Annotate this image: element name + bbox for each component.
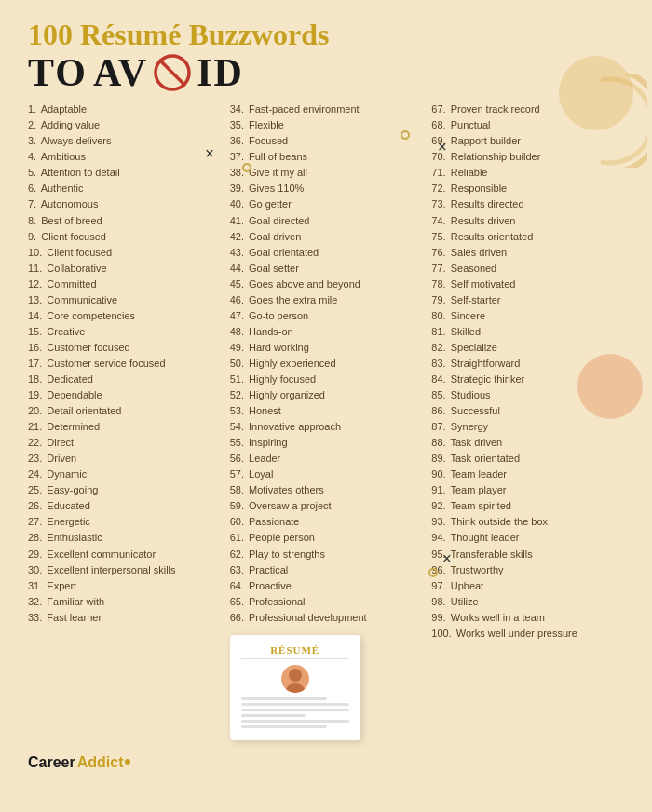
item-number: 86.: [431, 405, 445, 416]
list-item: 2. Adding value: [28, 117, 221, 133]
column-1: 1. Adaptable2. Adding value3. Always del…: [28, 102, 221, 740]
item-number: 42.: [230, 231, 244, 242]
list-item: 27. Energetic: [28, 514, 221, 530]
list-item: 7. Autonomous: [28, 196, 221, 212]
item-number: 82.: [431, 342, 445, 353]
list-item: 28. Enthusiastic: [28, 530, 221, 546]
item-number: 25.: [28, 484, 42, 495]
list-item: 80. Sincere: [431, 308, 624, 324]
item-number: 89.: [431, 453, 445, 464]
item-number: 32.: [28, 596, 42, 607]
deco-lines-right: [601, 74, 647, 168]
list-item: 99. Works well in a team: [431, 610, 624, 626]
item-number: 93.: [431, 516, 445, 527]
list-item: 49. Hard working: [230, 340, 423, 356]
list-item: 98. Utilize: [431, 594, 624, 610]
resume-line-6: [241, 725, 328, 728]
item-number: 5.: [28, 167, 36, 178]
item-number: 92.: [431, 500, 445, 511]
item-number: 72.: [431, 183, 445, 194]
list-item: 97. Upbeat: [431, 578, 624, 594]
list-item: 20. Detail orientated: [28, 403, 221, 419]
item-number: 71.: [431, 167, 445, 178]
list-item: 39. Gives 110%: [230, 181, 423, 196]
list-item: 42. Goal driven: [230, 229, 423, 245]
list-item: 61. People person: [230, 530, 423, 546]
list-item: 96. Trustworthy: [431, 562, 624, 578]
item-number: 18.: [28, 373, 42, 385]
list-item: 1. Adaptable: [28, 102, 221, 117]
item-number: 44.: [230, 263, 244, 274]
item-number: 46.: [230, 294, 244, 305]
item-number: 80.: [431, 310, 445, 321]
item-number: 66.: [230, 612, 244, 623]
deco-x1: ×: [205, 144, 214, 164]
item-number: 64.: [230, 580, 244, 591]
resume-card-title: RÉSUMÉ: [241, 644, 349, 659]
avoid-text-to: TO: [28, 53, 88, 92]
item-number: 63.: [230, 564, 244, 575]
page-container: × × × 100 Résumé Buzzwords TO AV ID 1. A…: [0, 0, 652, 812]
list-item: 41. Goal directed: [230, 213, 423, 229]
list-item: 82. Specialize: [431, 340, 624, 356]
list-item: 74. Results driven: [431, 213, 624, 229]
col1-list: 1. Adaptable2. Adding value3. Always del…: [28, 102, 221, 626]
list-item: 78. Self motivated: [431, 277, 624, 292]
item-number: 29.: [28, 548, 42, 560]
item-number: 41.: [230, 215, 244, 226]
item-number: 40.: [230, 198, 244, 210]
list-item: 23. Driven: [28, 451, 221, 467]
item-number: 60.: [230, 516, 244, 527]
list-item: 31. Expert: [28, 578, 221, 594]
title-section: 100 Résumé Buzzwords TO AV ID: [28, 19, 624, 92]
item-number: 54.: [230, 421, 244, 432]
list-item: 14. Core competencies: [28, 308, 221, 324]
item-number: 37.: [230, 151, 244, 162]
item-number: 48.: [230, 326, 244, 337]
item-number: 91.: [431, 484, 445, 495]
item-number: 100.: [431, 628, 451, 639]
item-number: 79.: [431, 294, 445, 305]
item-number: 33.: [28, 612, 42, 623]
list-item: 57. Loyal: [230, 467, 423, 482]
deco-x2: ×: [438, 138, 447, 157]
list-item: 65. Professional: [230, 594, 423, 610]
list-item: 18. Dedicated: [28, 372, 221, 387]
item-number: 15.: [28, 326, 42, 337]
item-number: 65.: [230, 596, 244, 607]
item-number: 50.: [230, 358, 244, 369]
list-item: 77. Seasoned: [431, 261, 624, 277]
avoid-text-a: AV: [93, 53, 148, 92]
item-number: 2.: [28, 119, 36, 130]
item-number: 81.: [431, 326, 445, 337]
main-title: 100 Résumé Buzzwords: [28, 19, 624, 51]
list-item: 95. Transferable skills: [431, 547, 624, 562]
item-number: 73.: [431, 198, 445, 210]
list-item: 55. Inspiring: [230, 435, 423, 451]
item-number: 94.: [431, 532, 445, 543]
item-number: 10.: [28, 247, 42, 258]
item-number: 3.: [28, 135, 36, 146]
list-item: 8. Best of breed: [28, 213, 221, 229]
svg-point-4: [289, 669, 302, 682]
deco-x3: ×: [442, 549, 452, 569]
list-item: 81. Skilled: [431, 324, 624, 340]
list-item: 53. Honest: [230, 403, 423, 419]
resume-card-avatar: [281, 665, 309, 693]
item-number: 56.: [230, 453, 244, 464]
item-number: 35.: [230, 119, 244, 130]
list-item: 89. Task orientated: [431, 451, 624, 467]
item-number: 74.: [431, 215, 445, 226]
resume-line-4: [241, 714, 306, 717]
list-item: 59. Oversaw a project: [230, 498, 423, 514]
item-number: 51.: [230, 373, 244, 385]
item-number: 45.: [230, 278, 244, 290]
item-number: 53.: [230, 405, 244, 416]
item-number: 85.: [431, 389, 445, 400]
item-number: 97.: [431, 580, 445, 591]
item-number: 58.: [230, 484, 244, 495]
item-number: 59.: [230, 500, 244, 511]
list-item: 33. Fast learner: [28, 610, 221, 626]
item-number: 19.: [28, 389, 42, 400]
item-number: 49.: [230, 342, 244, 353]
